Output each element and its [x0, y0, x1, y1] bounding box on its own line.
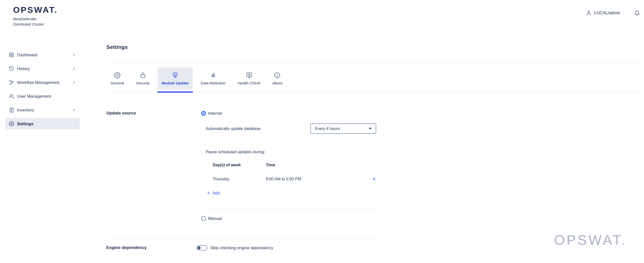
plus-icon: [207, 191, 210, 195]
update-source-section: Update source Internet Automatically upd…: [106, 110, 641, 221]
radio-manual-input[interactable]: [201, 216, 206, 221]
tab-label: General: [111, 81, 124, 85]
opswat-watermark: OPSWAT.: [554, 232, 627, 248]
product-name: MetaDefender Distributed Cluster: [13, 17, 58, 27]
gear-icon: [114, 72, 121, 79]
skip-engine-dependency-toggle[interactable]: [196, 245, 207, 250]
users-icon: [9, 93, 14, 99]
column-header-days: Day(s) of week: [213, 163, 266, 167]
auto-update-row: Automatically update database Every 4 ho…: [206, 123, 378, 134]
tab-security[interactable]: Security: [132, 68, 154, 89]
tab-label: About: [272, 81, 282, 85]
chevron-right-icon: [72, 108, 76, 112]
update-source-controls: Internet Automatically update database E…: [201, 110, 378, 221]
add-label: Add: [212, 191, 220, 195]
chevron-right-icon: [72, 67, 76, 71]
dashboard-icon: [9, 52, 14, 58]
sidebar-label: Dashboard: [17, 53, 72, 57]
cell-day: Thursday: [213, 177, 266, 181]
tab-about[interactable]: About: [268, 68, 286, 89]
tab-health-check[interactable]: Health Check: [233, 68, 265, 89]
auto-update-selected-value: Every 4 hours: [315, 126, 340, 131]
tab-general[interactable]: General: [106, 68, 128, 89]
sidebar: Dashboard History Workflow Management: [5, 49, 80, 132]
history-icon: [9, 66, 14, 71]
main-content: Settings General Security: [106, 0, 641, 250]
sidebar-item-user-management[interactable]: User Management: [5, 90, 80, 102]
update-source-label: Update source: [106, 110, 201, 221]
sidebar-item-workflow-management[interactable]: Workflow Management: [5, 77, 80, 88]
opswat-logo: OPSWAT.: [13, 5, 58, 15]
workflow-icon: [9, 80, 14, 85]
chevron-right-icon: [72, 80, 76, 84]
engine-dependency-controls: Skip checking engine dependency: [196, 245, 273, 250]
sidebar-label: Workflow Management: [17, 80, 72, 85]
pause-updates-label: Pause scheduled updates during:: [206, 150, 378, 154]
cell-time: 8:00 AM to 5:00 PM: [266, 177, 372, 181]
product-line1: MetaDefender: [13, 17, 58, 22]
sidebar-item-inventory[interactable]: Inventory: [5, 104, 80, 116]
sidebar-label: Settings: [17, 121, 76, 126]
divider: [106, 239, 377, 239]
caret-down-icon: [369, 128, 372, 129]
pause-schedule-table: Day(s) of week Time Thursday 8:00 AM to …: [213, 163, 377, 186]
auto-update-label: Automatically update database: [206, 126, 310, 131]
engine-dependency-label: Engine dependency: [106, 245, 196, 250]
add-schedule-button[interactable]: Add: [207, 191, 220, 195]
health-monitor-icon: [246, 72, 253, 79]
toggle-knob: [197, 246, 201, 249]
tab-module-update[interactable]: Module Update: [157, 68, 193, 89]
radio-internet[interactable]: Internet: [201, 110, 378, 116]
sidebar-label: History: [17, 66, 72, 71]
settings-tabs: General Security Module Update: [106, 63, 641, 92]
skip-engine-dependency-label: Skip checking engine dependency: [210, 245, 273, 250]
table-header-row: Day(s) of week Time: [213, 163, 377, 172]
module-update-icon: [172, 72, 179, 79]
delete-row-x-icon[interactable]: [372, 177, 376, 181]
radio-manual[interactable]: Manual: [201, 216, 378, 221]
broom-icon: [210, 72, 217, 79]
divider: [206, 141, 377, 141]
brand-logo-block: OPSWAT. MetaDefender Distributed Cluster: [13, 5, 58, 27]
inventory-icon: [9, 107, 14, 113]
radio-internet-label: Internet: [208, 111, 222, 116]
sidebar-item-dashboard[interactable]: Dashboard: [5, 49, 80, 61]
table-row: Thursday 8:00 AM to 5:00 PM: [213, 172, 377, 186]
radio-internet-input[interactable]: [201, 111, 206, 116]
lock-icon: [139, 72, 146, 79]
info-icon: [274, 72, 281, 79]
chevron-right-icon: [72, 53, 76, 57]
tab-label: Health Check: [238, 81, 260, 85]
tab-label: Module Update: [162, 81, 189, 85]
page-title: Settings: [106, 0, 641, 50]
tab-label: Security: [136, 81, 149, 85]
column-header-time: Time: [266, 163, 275, 167]
sidebar-label: Inventory: [17, 108, 72, 112]
tab-data-retention[interactable]: Data Retention: [196, 68, 230, 89]
sidebar-item-settings[interactable]: Settings: [5, 118, 80, 129]
divider: [206, 209, 377, 210]
product-line2: Distributed Cluster: [13, 22, 58, 27]
radio-manual-label: Manual: [208, 216, 222, 221]
gear-icon: [9, 121, 14, 126]
tab-label: Data Retention: [201, 81, 226, 85]
sidebar-item-history[interactable]: History: [5, 63, 80, 74]
sidebar-label: User Management: [17, 94, 76, 99]
auto-update-select[interactable]: Every 4 hours: [310, 123, 376, 134]
internet-options: Automatically update database Every 4 ho…: [206, 123, 378, 210]
